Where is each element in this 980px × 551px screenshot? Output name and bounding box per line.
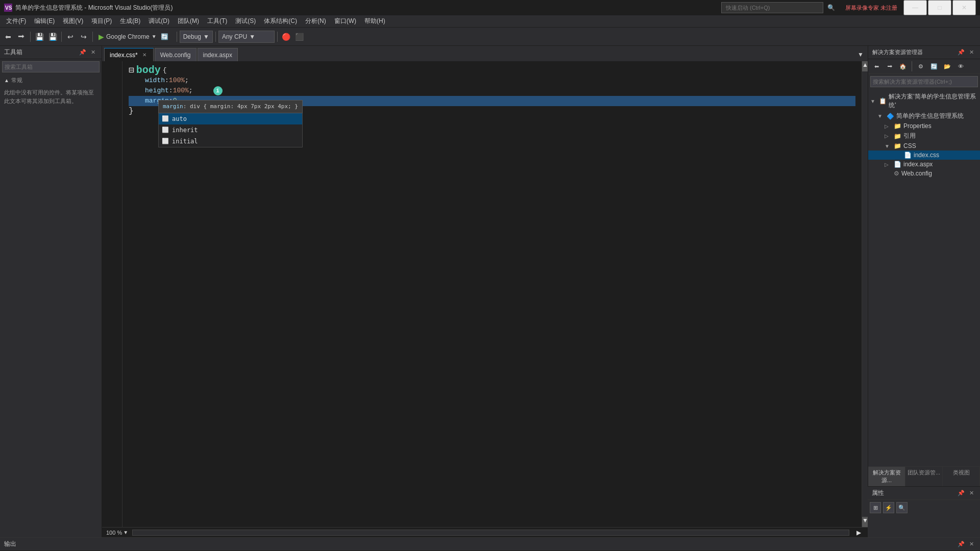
menu-team[interactable]: 团队(M) xyxy=(174,15,203,28)
refresh-button[interactable]: 🔄 xyxy=(159,31,171,43)
menu-view[interactable]: 视图(V) xyxy=(59,15,87,28)
menu-window[interactable]: 窗口(W) xyxy=(330,15,360,28)
se-tab-team[interactable]: 团队资源管... xyxy=(905,467,943,486)
output-pin[interactable]: 📌 xyxy=(957,540,966,549)
css-icon: ⬜ xyxy=(162,114,169,124)
tree-solution[interactable]: ▼ 📋 解决方案'简单的学生信息管理系统' xyxy=(868,91,980,111)
se-nav-fwd[interactable]: ⮕ xyxy=(884,60,896,72)
zoom-label: 100 % xyxy=(106,530,122,536)
browser-dropdown[interactable]: ▼ xyxy=(152,34,157,39)
arrow: ▼ xyxy=(870,98,877,104)
tab-label: index.aspx xyxy=(203,52,232,59)
tree-index-aspx[interactable]: ▷ 📄 index.aspx xyxy=(868,160,980,169)
tree-references[interactable]: ▷ 📁 引用 xyxy=(868,131,980,141)
autocomplete-item-initial[interactable]: ⬜ initial xyxy=(159,136,302,147)
tree-web-config[interactable]: ⚙ Web.config xyxy=(868,169,980,178)
se-settings[interactable]: ⚙ xyxy=(915,60,927,72)
output-close[interactable]: ✕ xyxy=(967,540,976,549)
save-all-button[interactable]: 💾 xyxy=(46,31,59,43)
quick-launch-input[interactable] xyxy=(721,2,823,13)
prop-close[interactable]: ✕ xyxy=(967,489,976,498)
run-button[interactable]: ▶ Google Chrome ▼ 🔄 xyxy=(95,30,174,44)
tab-index-css[interactable]: index.css* ✕ xyxy=(104,48,154,61)
tree-properties[interactable]: ▷ 📁 Properties xyxy=(868,121,980,131)
se-pin-btn[interactable]: 📌 xyxy=(957,48,966,57)
scroll-up-btn[interactable]: ▲ xyxy=(862,61,868,71)
tab-web-config[interactable]: Web.config xyxy=(155,48,197,61)
tree-project[interactable]: ▼ 🔷 简单的学生信息管理系统 xyxy=(868,111,980,121)
menu-build[interactable]: 生成(B) xyxy=(116,15,144,28)
toolbox-search-input[interactable] xyxy=(2,61,100,72)
tab-bar: index.css* ✕ Web.config index.aspx ▼ xyxy=(102,46,868,61)
menu-debug[interactable]: 调试(D) xyxy=(144,15,174,28)
scroll-down-btn[interactable]: ▼ xyxy=(862,517,868,527)
back-button[interactable]: ⬅ xyxy=(2,31,14,43)
se-tab-solution[interactable]: 解决方案资源... xyxy=(868,467,905,486)
tree-index-css[interactable]: 📄 index.css xyxy=(868,151,980,160)
toolbox-close[interactable]: ✕ xyxy=(88,48,97,57)
se-close-btn[interactable]: ✕ xyxy=(967,48,976,57)
menu-tools[interactable]: 工具(T) xyxy=(203,15,231,28)
se-show-all[interactable]: 👁 xyxy=(954,60,967,72)
menu-analyze[interactable]: 分析(N) xyxy=(301,15,330,28)
debug-dropdown[interactable]: Debug ▼ xyxy=(180,31,213,43)
menu-help[interactable]: 帮助(H) xyxy=(360,15,389,28)
se-sep xyxy=(912,61,912,71)
toolbox-panel: 工具箱 📌 ✕ ▲ 常规 此组中没有可用的控件。将某项拖至此文本可将其添加到工具… xyxy=(0,46,102,537)
se-tab-class[interactable]: 类视图 xyxy=(943,467,980,486)
info-circle[interactable]: i xyxy=(213,86,223,95)
menu-edit[interactable]: 编辑(E) xyxy=(30,15,59,28)
toolbox-section-common[interactable]: ▲ 常规 xyxy=(4,77,97,84)
toolbar-sep-4 xyxy=(177,32,177,42)
autocomplete-popup: margin: div { margin: 4px 7px 2px 4px; }… xyxy=(158,100,303,147)
code-editor[interactable]: ⊟ body { width : 100% ; height : xyxy=(102,61,868,527)
prop-btn-2[interactable]: ⚡ xyxy=(883,502,894,513)
toolbar-extra-1[interactable]: ⬛ xyxy=(293,31,306,43)
toolbar-sep-6 xyxy=(277,32,278,42)
arrow: ▷ xyxy=(885,133,892,139)
semi: ; xyxy=(185,76,189,86)
undo-button[interactable]: ↩ xyxy=(64,31,77,43)
prop-btn-3[interactable]: 🔍 xyxy=(896,502,908,513)
se-search-input[interactable] xyxy=(870,76,978,87)
autocomplete-item-auto[interactable]: ⬜ auto xyxy=(159,113,302,124)
forward-button[interactable]: ⮕ xyxy=(15,31,28,43)
val-100h: 100% xyxy=(173,86,189,96)
minimize-button[interactable]: — xyxy=(903,0,927,15)
se-collapse[interactable]: 📂 xyxy=(941,60,953,72)
save-button[interactable]: 💾 xyxy=(33,31,45,43)
scroll-right[interactable]: ▶ xyxy=(853,529,864,536)
tab-index-aspx[interactable]: index.aspx xyxy=(198,48,238,61)
se-title: 解决方案资源管理器 xyxy=(872,48,923,56)
autocomplete-item-inherit[interactable]: ⬜ inherit xyxy=(159,124,302,136)
vertical-scrollbar[interactable]: ▲ ▼ xyxy=(862,61,868,527)
breakpoint-button[interactable]: 🔴 xyxy=(280,31,292,43)
se-refresh[interactable]: 🔄 xyxy=(928,60,940,72)
tab-overflow-button[interactable]: ▼ xyxy=(855,48,866,61)
menu-bar: 文件(F) 编辑(E) 视图(V) 项目(P) 生成(B) 调试(D) 团队(M… xyxy=(0,15,980,28)
horizontal-scrollbar[interactable] xyxy=(132,530,849,536)
se-nav-back[interactable]: ⬅ xyxy=(870,60,883,72)
menu-project[interactable]: 项目(P) xyxy=(87,15,116,28)
title-bar: VS 简单的学生信息管理系统 - Microsoft Visual Studio… xyxy=(0,0,980,15)
autocomplete-list[interactable]: ⬜ auto ⬜ inherit ⬜ initial xyxy=(158,113,303,147)
cpu-dropdown[interactable]: Any CPU ▼ xyxy=(218,31,275,43)
arrow: ▷ xyxy=(885,162,892,167)
tree-css-folder[interactable]: ▼ 📁 CSS xyxy=(868,141,980,151)
redo-button[interactable]: ↪ xyxy=(78,31,90,43)
menu-test[interactable]: 测试(S) xyxy=(231,15,260,28)
collapse-icon[interactable]: ⊟ xyxy=(129,65,134,76)
tab-close-icon[interactable]: ✕ xyxy=(141,52,148,58)
zoom-dropdown[interactable]: ▼ xyxy=(123,530,128,535)
se-home[interactable]: 🏠 xyxy=(897,60,909,72)
menu-arch[interactable]: 体系结构(C) xyxy=(260,15,301,28)
css-folder-icon: 📁 xyxy=(894,142,901,149)
maximize-button[interactable]: □ xyxy=(928,0,951,15)
toolbox-pin[interactable]: 📌 xyxy=(78,48,87,57)
menu-file[interactable]: 文件(F) xyxy=(2,15,30,28)
prop-pin[interactable]: 📌 xyxy=(957,489,966,498)
close-button[interactable]: ✕ xyxy=(952,0,976,15)
toolbar-sep-5 xyxy=(215,32,216,42)
code-content[interactable]: ⊟ body { width : 100% ; height : xyxy=(122,61,862,527)
prop-btn-1[interactable]: ⊞ xyxy=(870,502,881,513)
